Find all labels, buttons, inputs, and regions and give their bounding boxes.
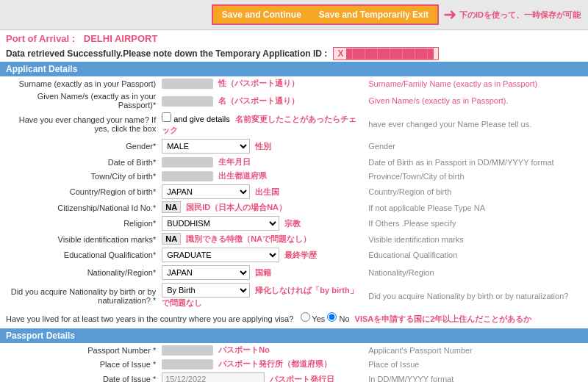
visible-row: Visible identification marks* NA 識別できる特徴…: [0, 232, 588, 246]
gender-input-cell: MALE FEMALE OTHERS 性別: [159, 137, 365, 155]
place-issue-ja: パスポート発行所（都道府県）: [218, 359, 331, 368]
namechange-detail: and give details: [173, 115, 229, 123]
education-hint: Educational Qualification: [365, 246, 588, 264]
religion-ja: 宗教: [284, 219, 301, 228]
annotation-area: ➜ 下のIDを使って、一時保存が可能: [443, 7, 581, 23]
visa-no-label: No: [327, 314, 351, 323]
surname-row: Surname (exactly as in your Passport) 性（…: [0, 76, 588, 90]
namechange-row: Have you ever changed your name? If yes,…: [0, 111, 588, 137]
namechange-checkbox[interactable]: [162, 112, 171, 122]
town-blurred: [162, 171, 213, 181]
dob-row: Date of Birth* 生年月日 Date of Birth as in …: [0, 155, 588, 169]
country-select[interactable]: JAPAN: [162, 184, 250, 199]
citizenship-label: Citizenship/National Id No.*: [0, 201, 159, 215]
passport-no-ja: パスポートNo: [218, 345, 270, 354]
town-label: Town/City of birth*: [0, 169, 159, 183]
town-ja: 出生都道府県: [218, 171, 267, 180]
passport-no-input-cell: パスポートNo: [159, 343, 365, 357]
education-select[interactable]: GRADUATE POST GRADUATE UNDERGRADUATE HIG…: [162, 248, 279, 262]
namechange-input-cell: and give details 名前変更したことがあったらチェック: [159, 111, 365, 137]
acquired-row: Did you acquire Nationality by birth or …: [0, 281, 588, 310]
place-issue-hint: Place of Issue: [365, 357, 588, 371]
data-retrieved-row: Data retrieved Successfully.Please note …: [0, 47, 588, 62]
acquired-select[interactable]: By Birth By Naturalization: [162, 283, 250, 298]
givenname-row: Given Name/s (exactly as in your Passpor…: [0, 90, 588, 111]
dob-label: Date of Birth*: [0, 155, 159, 169]
religion-row: Religion* BUDDHISM HINDUISM ISLAM CHRIST…: [0, 215, 588, 232]
namechange-hint: have ever changed your Name Please tell …: [365, 111, 588, 137]
givenname-hint: Given Name/s (exactly as in Passport).: [365, 90, 588, 111]
port-value: DELHI AIRPORT: [78, 30, 164, 47]
visible-input-cell: NA 識別できる特徴（NAで問題なし）: [159, 232, 365, 246]
education-label: Educational Qualification*: [0, 246, 159, 264]
religion-select[interactable]: BUDDHISM HINDUISM ISLAM CHRISTIANITY OTH…: [162, 216, 279, 231]
visible-hint: Visible identification marks: [365, 232, 588, 246]
date-issue-input[interactable]: [162, 372, 265, 382]
annotation-text: 下のIDを使って、一時保存が可能: [459, 10, 581, 21]
citizenship-na: NA: [162, 201, 181, 213]
country-ja: 出生国: [255, 187, 279, 196]
passport-no-row: Passport Number * パスポートNo Applicant's Pa…: [0, 343, 588, 357]
religion-label: Religion*: [0, 215, 159, 232]
education-row: Educational Qualification* GRADUATE POST…: [0, 246, 588, 264]
namechange-label: Have you ever changed your name? If yes,…: [0, 111, 159, 137]
visa-yes-label: Yes: [301, 314, 328, 323]
temp-id-value: X ██████████████: [333, 47, 439, 60]
surname-label: Surname (exactly as in your Passport): [0, 76, 159, 90]
visa-question-text: Have you lived for at least two years in…: [6, 314, 293, 323]
surname-hint: Surname/Family Name (exactly as in Passp…: [365, 76, 588, 90]
visa-yes-radio[interactable]: [301, 312, 310, 322]
place-issue-blurred: [162, 359, 213, 370]
date-issue-hint: In DD/MM/YYYY format: [365, 371, 588, 382]
givenname-blurred: [162, 96, 213, 107]
surname-blurred: [162, 79, 213, 89]
town-input-cell: 出生都道府県: [159, 169, 365, 183]
gender-row: Gender* MALE FEMALE OTHERS 性別 Gender: [0, 137, 588, 155]
applicant-form: Surname (exactly as in your Passport) 性（…: [0, 76, 588, 310]
acquired-input-cell: By Birth By Naturalization 帰化しなければ「by bi…: [159, 281, 365, 310]
visa-no-radio[interactable]: [327, 312, 337, 322]
passport-no-label: Passport Number *: [0, 343, 159, 357]
citizenship-ja: 国民ID（日本人の場合NA）: [186, 203, 287, 212]
dob-input-cell: 生年月日: [159, 155, 365, 169]
surname-input-cell: 性（パスポート通り）: [159, 76, 365, 90]
acquired-hint: Did you acquire Nationality by birth or …: [365, 281, 588, 310]
visa-ja: VISAを申請する国に2年以上住んだことがあるか: [355, 314, 532, 323]
top-button-group: Save and Continue Save and Temporarily E…: [212, 4, 439, 25]
country-hint: Country/Region of birth: [365, 183, 588, 201]
citizenship-hint: If not applicable Please Type NA: [365, 201, 588, 215]
save-continue-button-top[interactable]: Save and Continue: [213, 6, 310, 24]
gender-hint: Gender: [365, 137, 588, 155]
port-label: Port of Arrival :: [6, 33, 78, 44]
passport-section-header: Passport Details: [0, 328, 588, 343]
gender-label: Gender*: [0, 137, 159, 155]
citizenship-input-cell: NA 国民ID（日本人の場合NA）: [159, 201, 365, 215]
visible-ja: 識別できる特徴（NAで問題なし）: [186, 234, 311, 243]
surname-ja: 性（パスポート通り）: [218, 79, 299, 87]
place-issue-label: Place of Issue *: [0, 357, 159, 371]
nationality-select[interactable]: JAPAN: [162, 265, 250, 280]
dob-hint: Date of Birth as in Passport in DD/MM/YY…: [365, 155, 588, 169]
town-row: Town/City of birth* 出生都道府県 Province/Town…: [0, 169, 588, 183]
save-temp-button-top[interactable]: Save and Temporarily Exit: [310, 6, 437, 24]
visible-na: NA: [162, 233, 181, 245]
top-bar: Save and Continue Save and Temporarily E…: [0, 0, 588, 30]
place-issue-input-cell: パスポート発行所（都道府県）: [159, 357, 365, 371]
nationality-input-cell: JAPAN 国籍: [159, 264, 365, 281]
country-label: Country/Region of birth*: [0, 183, 159, 201]
education-ja: 最終学歴: [284, 251, 317, 259]
town-hint: Province/Town/City of birth: [365, 169, 588, 183]
nationality-label: Nationality/Region*: [0, 264, 159, 281]
date-issue-row: Date of Issue * パスポート発行日 In DD/MM/YYYY f…: [0, 371, 588, 382]
givenname-label: Given Name/s (exactly as in your Passpor…: [0, 90, 159, 111]
date-issue-ja: パスポート発行日: [270, 375, 334, 382]
arrow-icon: ➜: [443, 7, 456, 23]
gender-ja: 性別: [255, 142, 271, 151]
country-row: Country/Region of birth* JAPAN 出生国 Count…: [0, 183, 588, 201]
citizenship-row: Citizenship/National Id No.* NA 国民ID（日本人…: [0, 201, 588, 215]
visa-question-row: Have you lived for at least two years in…: [0, 310, 588, 327]
nationality-hint: Nationality/Region: [365, 264, 588, 281]
country-input-cell: JAPAN 出生国: [159, 183, 365, 201]
givenname-ja: 名（パスポート通り）: [218, 96, 299, 105]
gender-select[interactable]: MALE FEMALE OTHERS: [162, 139, 250, 154]
